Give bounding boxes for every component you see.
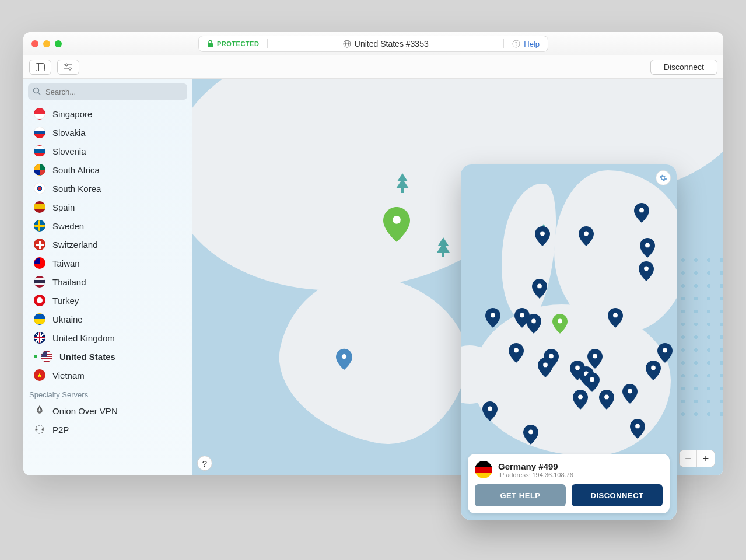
zoom-out-button[interactable]: −	[680, 450, 697, 467]
mini-pin-active[interactable]	[552, 314, 568, 334]
country-list[interactable]: SingaporeSlovakiaSloveniaSouth AfricaSou…	[23, 104, 192, 475]
svg-point-45	[578, 395, 583, 400]
svg-point-30	[537, 284, 542, 289]
search-input[interactable]	[28, 83, 187, 100]
svg-point-31	[491, 313, 495, 318]
country-item-sg[interactable]: Singapore	[23, 104, 192, 123]
mini-pin[interactable]	[579, 226, 594, 246]
country-item-ch[interactable]: Switzerland	[23, 235, 192, 254]
mini-pin[interactable]	[608, 308, 623, 328]
svg-point-43	[593, 354, 597, 359]
country-item-gb[interactable]: United Kingdom	[23, 328, 192, 347]
settings-button[interactable]	[57, 60, 79, 75]
map-pin[interactable]	[336, 348, 352, 370]
lock-icon	[207, 40, 213, 48]
country-label: United Kingdom	[52, 333, 115, 343]
mini-pin[interactable]	[485, 308, 500, 328]
country-label: South Korea	[52, 184, 101, 194]
minimize-window-button[interactable]	[43, 40, 50, 47]
onion-icon	[34, 405, 45, 416]
server-ip: IP address: 194.36.108.76	[498, 471, 573, 478]
svg-point-42	[590, 377, 594, 382]
help-link[interactable]: Help	[524, 40, 540, 48]
specialty-item-onion[interactable]: Onion Over VPN	[23, 401, 192, 420]
country-item-th[interactable]: Thailand	[23, 272, 192, 291]
mini-pin[interactable]	[622, 384, 638, 404]
mini-pin[interactable]	[535, 226, 550, 246]
mini-pin[interactable]	[509, 343, 524, 363]
card-disconnect-button[interactable]: DISCONNECT	[572, 484, 663, 506]
mini-pin[interactable]	[634, 203, 649, 223]
mini-pin[interactable]	[657, 343, 673, 363]
toolbar: PROTECTED United States #3353 ? Help Dis…	[23, 55, 723, 79]
country-label: Vietnam	[52, 370, 85, 380]
card-footer: Germany #499 IP address: 194.36.108.76 G…	[468, 454, 670, 513]
svg-point-48	[488, 407, 492, 411]
sidebar-icon	[36, 63, 45, 71]
mini-pin[interactable]	[532, 279, 547, 299]
mini-pin[interactable]	[587, 349, 603, 369]
mini-pin[interactable]	[630, 419, 645, 439]
tree-icon	[396, 173, 409, 195]
country-item-us[interactable]: United States	[23, 347, 192, 366]
country-item-za[interactable]: South Africa	[23, 160, 192, 179]
mini-pin[interactable]	[538, 358, 553, 377]
country-label: Taiwan	[52, 258, 80, 268]
svg-point-47	[628, 389, 632, 394]
country-item-ua[interactable]: Ukraine	[23, 310, 192, 328]
svg-marker-19	[437, 237, 450, 253]
svg-point-25	[639, 208, 644, 213]
close-window-button[interactable]	[31, 40, 38, 47]
country-item-sk[interactable]: Slovakia	[23, 123, 192, 142]
p2p-icon	[34, 424, 45, 435]
svg-point-28	[645, 243, 650, 248]
mini-pin[interactable]	[573, 390, 588, 410]
country-item-tw[interactable]: Taiwan	[23, 254, 192, 272]
mini-pin[interactable]	[584, 372, 600, 392]
svg-point-44	[651, 366, 656, 370]
country-item-es[interactable]: Spain	[23, 198, 192, 216]
flag-icon-kr	[34, 183, 45, 194]
globe-icon	[343, 40, 351, 48]
mini-pin[interactable]	[599, 390, 614, 410]
mini-pin[interactable]	[526, 314, 541, 334]
mini-pin[interactable]	[646, 360, 661, 380]
country-item-kr[interactable]: South Korea	[23, 179, 192, 198]
map-help-button[interactable]: ?	[197, 456, 212, 471]
mini-pin[interactable]	[639, 261, 654, 281]
mini-pin[interactable]	[482, 401, 498, 421]
specialty-servers-label: Specialty Servers	[23, 384, 192, 401]
country-label: Slovakia	[52, 128, 86, 138]
flag-icon-za	[34, 164, 45, 176]
zoom-controls: − +	[679, 450, 715, 467]
country-label: United States	[59, 352, 115, 362]
disconnect-button[interactable]: Disconnect	[650, 60, 717, 75]
country-item-se[interactable]: Sweden	[23, 216, 192, 235]
country-item-si[interactable]: Slovenia	[23, 142, 192, 160]
help-icon: ?	[512, 40, 520, 48]
specialty-item-p2p[interactable]: P2P	[23, 420, 192, 439]
protected-label: PROTECTED	[217, 40, 259, 47]
mini-pin[interactable]	[523, 425, 538, 444]
svg-point-5	[69, 68, 71, 70]
zoom-in-button[interactable]: +	[697, 450, 715, 467]
map-pin-active[interactable]	[383, 207, 410, 242]
sliders-icon	[64, 63, 73, 71]
country-label: Thailand	[52, 277, 86, 287]
flag-icon-tw	[34, 257, 45, 269]
gear-icon	[659, 174, 667, 182]
toggle-sidebar-button[interactable]	[29, 60, 51, 75]
flag-icon-tr	[34, 295, 45, 306]
svg-point-12	[34, 88, 39, 93]
get-help-button[interactable]: GET HELP	[475, 484, 566, 506]
svg-point-33	[531, 319, 536, 324]
flag-icon-ch	[34, 239, 45, 250]
country-label: Spain	[52, 202, 75, 212]
country-item-vn[interactable]: Vietnam	[23, 366, 192, 384]
country-item-tr[interactable]: Turkey	[23, 291, 192, 310]
maximize-window-button[interactable]	[55, 40, 62, 47]
card-settings-button[interactable]	[656, 170, 671, 186]
svg-point-38	[663, 348, 667, 353]
mini-pin[interactable]	[640, 238, 655, 258]
flag-icon-gb	[34, 332, 45, 344]
